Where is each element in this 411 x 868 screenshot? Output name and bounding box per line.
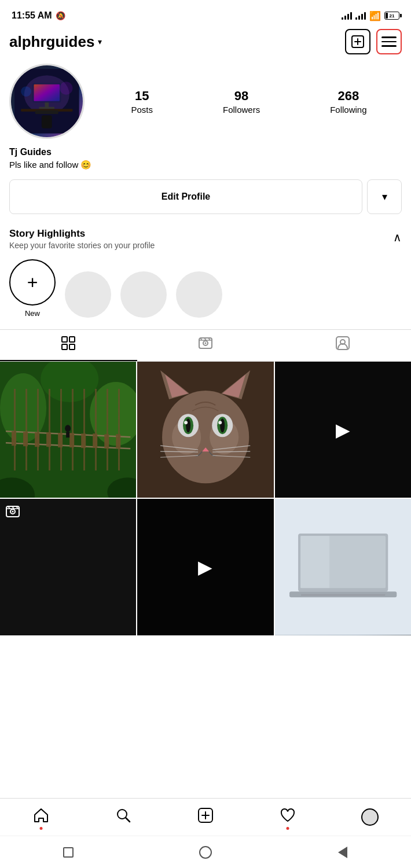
svg-rect-38	[58, 433, 63, 447]
android-nav	[0, 836, 411, 868]
svg-rect-34	[12, 431, 16, 446]
svg-point-60	[186, 418, 190, 432]
svg-line-32	[6, 431, 130, 437]
status-time: 11:55 AM 🔕	[12, 10, 65, 21]
svg-rect-42	[104, 434, 109, 448]
highlight-new[interactable]: + New	[9, 259, 56, 318]
nav-items	[0, 799, 411, 836]
signal-bars-1	[342, 12, 352, 20]
new-highlight-circle[interactable]: +	[9, 259, 56, 306]
grid-item-4[interactable]	[0, 499, 136, 635]
highlights-title: Story Highlights	[9, 228, 155, 240]
svg-line-85	[126, 818, 130, 822]
svg-point-13	[21, 86, 31, 97]
bio-section: Tj Guides Pls like and follow 😊	[0, 145, 411, 179]
svg-rect-12	[42, 116, 52, 128]
highlights-text: Story Highlights Keep your favorite stor…	[9, 228, 155, 250]
tab-tagged[interactable]	[274, 330, 411, 361]
grid-item-5[interactable]: ▶	[137, 499, 273, 635]
followers-stat[interactable]: 98 Followers	[223, 89, 260, 115]
avatar[interactable]	[9, 64, 85, 139]
android-back-button[interactable]	[331, 841, 354, 864]
tab-grid[interactable]	[0, 330, 137, 361]
username-dropdown-icon[interactable]: ▾	[98, 37, 102, 46]
nav-activity[interactable]	[274, 803, 302, 831]
edit-profile-button[interactable]: Edit Profile	[9, 179, 362, 214]
svg-rect-37	[46, 432, 51, 447]
svg-rect-40	[81, 433, 86, 448]
posts-stat[interactable]: 15 Posts	[131, 89, 153, 115]
menu-line-2	[381, 41, 397, 43]
grid-item-1[interactable]	[0, 362, 136, 498]
highlight-circle-3[interactable]	[176, 271, 222, 318]
highlight-circle-1[interactable]	[65, 271, 111, 318]
highlight-3[interactable]	[176, 271, 222, 318]
black-video-image: ▶	[275, 362, 411, 498]
svg-point-63	[219, 421, 222, 424]
svg-rect-8	[45, 102, 49, 108]
svg-rect-18	[69, 344, 75, 350]
following-label: Following	[330, 105, 366, 115]
android-circle-icon	[199, 846, 212, 859]
grid-item-3[interactable]: ▶	[275, 362, 411, 498]
svg-rect-82	[289, 592, 397, 598]
status-bar: 11:55 AM 🔕 📶 21	[0, 0, 411, 29]
username-section[interactable]: alphrguides ▾	[9, 33, 102, 51]
svg-rect-11	[35, 111, 58, 115]
svg-line-33	[6, 443, 130, 448]
tab-reels[interactable]	[137, 330, 274, 361]
plus-icon: +	[27, 273, 38, 292]
followers-label: Followers	[223, 105, 260, 115]
svg-rect-7	[34, 84, 60, 101]
posts-label: Posts	[131, 105, 153, 115]
highlights-subtitle: Keep your favorite stories on your profi…	[9, 241, 155, 250]
dark-video-2-image: ▶	[137, 499, 273, 635]
reels-icon	[198, 336, 213, 354]
bottom-nav	[0, 798, 411, 868]
svg-rect-81	[300, 536, 329, 588]
android-square-button[interactable]	[57, 841, 80, 864]
svg-point-30	[90, 382, 136, 446]
grid-item-6[interactable]	[275, 499, 411, 635]
add-post-button[interactable]	[345, 29, 370, 54]
nav-home[interactable]	[27, 803, 55, 831]
highlight-circle-2[interactable]	[120, 271, 167, 318]
posts-count: 15	[135, 89, 149, 104]
search-icon	[115, 807, 131, 827]
highlights-collapse-icon[interactable]: ∧	[393, 230, 402, 244]
header-icons	[345, 29, 402, 54]
svg-rect-16	[69, 337, 75, 342]
android-square-icon	[63, 847, 74, 858]
menu-line-1	[381, 36, 397, 38]
grid-icon	[61, 336, 76, 354]
android-home-button[interactable]	[194, 841, 217, 864]
svg-rect-83	[301, 595, 385, 596]
edit-section: Edit Profile ▾	[0, 179, 411, 223]
activity-dot	[287, 827, 289, 830]
play-icon-1: ▶	[336, 419, 350, 441]
stats-section: 15 Posts 98 Followers 268 Following	[96, 89, 402, 115]
nav-search[interactable]	[109, 803, 137, 831]
svg-rect-39	[69, 433, 74, 447]
following-stat[interactable]: 268 Following	[330, 89, 366, 115]
nav-add[interactable]	[192, 803, 219, 831]
menu-button[interactable]	[376, 29, 402, 54]
laptop-image	[275, 499, 411, 635]
dropdown-arrow-icon: ▾	[382, 190, 387, 203]
svg-point-14	[60, 82, 72, 95]
header: alphrguides ▾	[0, 29, 411, 60]
status-icons: 📶 21	[342, 10, 399, 21]
username-text: alphrguides	[9, 33, 94, 51]
highlight-2[interactable]	[120, 271, 167, 318]
tagged-icon	[335, 336, 350, 354]
signal-bars-2	[355, 12, 366, 20]
wifi-icon: 📶	[369, 10, 381, 21]
grid-item-2[interactable]	[137, 362, 273, 498]
svg-rect-45	[66, 432, 69, 437]
profile-dropdown-button[interactable]: ▾	[367, 179, 402, 214]
svg-point-29	[0, 373, 46, 443]
svg-rect-41	[93, 433, 97, 448]
nav-profile[interactable]	[356, 803, 384, 831]
highlight-1[interactable]	[65, 271, 111, 318]
profile-nav-avatar	[361, 808, 379, 826]
